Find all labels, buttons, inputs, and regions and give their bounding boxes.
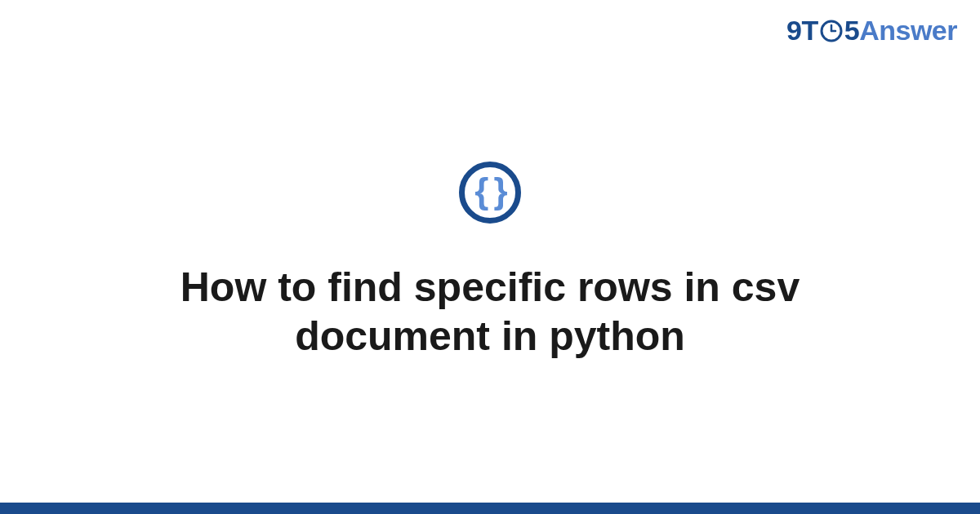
main-content: { } How to find specific rows in csv doc… [0, 0, 980, 514]
brace-glyph: { } [474, 173, 505, 209]
page-title: How to find specific rows in csv documen… [114, 263, 866, 361]
code-braces-icon: { } [459, 162, 521, 224]
footer-accent-bar [0, 503, 980, 514]
